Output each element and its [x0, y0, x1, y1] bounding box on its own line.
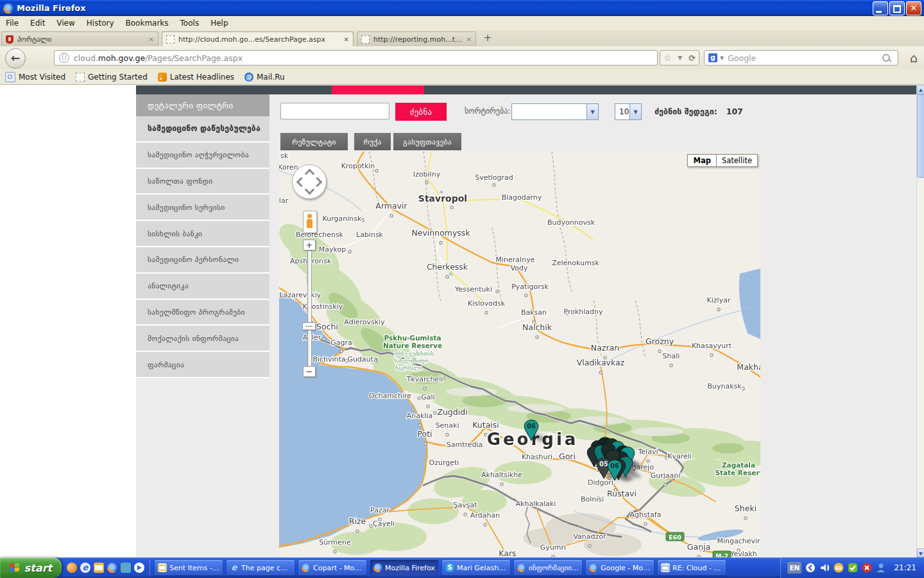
sidebar-item[interactable]: სამედიცინო პერსონალი	[136, 247, 270, 274]
quicklaunch-firefox-icon[interactable]	[107, 563, 117, 573]
home-button[interactable]: ⌂	[905, 49, 922, 66]
url-bar[interactable]: cloud.moh.gov.ge/Pages/SearchPage.aspx	[54, 50, 658, 66]
map-label: Anaklia	[407, 412, 432, 420]
map-label: Khasavyurt	[692, 342, 732, 350]
menu-file[interactable]: File	[0, 17, 24, 29]
engine-caret-icon[interactable]: ▼	[720, 55, 724, 61]
view-button[interactable]: რუქა	[354, 133, 391, 150]
tab-searchpage[interactable]: http://cloud.moh.go...es/SearchPage.aspx…	[162, 31, 354, 46]
pan-down-icon[interactable]	[305, 185, 315, 195]
scroll-up-icon[interactable]	[917, 85, 924, 94]
town-dot	[323, 338, 325, 340]
scrollbar[interactable]	[916, 85, 924, 557]
sidebar-item[interactable]: ფარმაცია	[136, 352, 270, 378]
dropdown-caret-icon[interactable]: ▼	[678, 55, 682, 61]
quicklaunch-mail-icon[interactable]	[94, 563, 104, 573]
sidebar-item[interactable]: სამედიცინო დაწესებულება	[136, 116, 270, 143]
menu-view[interactable]: View	[51, 17, 80, 29]
sort-select[interactable]: ▼	[511, 103, 599, 120]
sidebar-item[interactable]: სამედიცინო აღჭურვილობა	[136, 143, 270, 169]
taskbar-window-button[interactable]: Mozilla Firefox	[370, 560, 438, 575]
quicklaunch-media-player-icon[interactable]	[134, 563, 144, 573]
magnifier-icon[interactable]	[882, 54, 890, 62]
tab-login[interactable]: http://reporting.moh...ty/Users/Login.as…	[357, 31, 476, 46]
view-button[interactable]: რეზულტატი	[280, 133, 348, 150]
tab-close-icon[interactable]: ✕	[466, 36, 472, 43]
map-label: Sheki	[735, 504, 757, 513]
menu-edit[interactable]: Edit	[24, 17, 51, 29]
menu-history[interactable]: History	[81, 17, 120, 29]
map-type-satellite-button[interactable]: Satellite	[717, 154, 758, 167]
zoom-in-button[interactable]: +	[303, 240, 316, 250]
language-indicator[interactable]: EN	[787, 562, 801, 574]
tab-close-icon[interactable]: ✕	[344, 36, 349, 43]
update-ok-icon[interactable]	[848, 563, 858, 573]
reload-icon[interactable]: ⟳	[689, 53, 696, 63]
minimize-button[interactable]	[873, 1, 888, 15]
quicklaunch-agent-icon[interactable]	[67, 563, 77, 573]
volume-icon[interactable]	[819, 563, 830, 573]
google-engine-icon[interactable]: g	[708, 53, 717, 62]
zoom-slider-thumb[interactable]	[302, 322, 316, 330]
sidebar-item[interactable]: სამედიცინო სერვისი	[136, 195, 270, 221]
start-button[interactable]: start	[0, 557, 62, 578]
sidebar-item[interactable]: მოქალაქის ინფორმაცია	[136, 326, 270, 352]
scroll-down-icon[interactable]	[917, 548, 924, 557]
menu-tools[interactable]: Tools	[175, 17, 205, 29]
zoom-out-button[interactable]: −	[303, 366, 316, 377]
taskbar-window-button[interactable]: Copart - Mozill...	[298, 560, 366, 575]
bookmark-getting-started[interactable]: Getting Started	[76, 73, 148, 82]
new-tab-button[interactable]: +	[480, 32, 495, 45]
scroll-thumb[interactable]	[917, 94, 924, 178]
bookmark-mailru[interactable]: @ Mail.Ru	[244, 73, 285, 82]
restore-button[interactable]	[889, 1, 905, 15]
sidebar-item[interactable]: ანალიტიკა	[136, 274, 270, 300]
sidebar-item[interactable]: საწოლთა ფონდი	[136, 169, 270, 195]
window-titlebar[interactable]: Mozilla Firefox ✕	[0, 0, 924, 16]
map-type-map-button[interactable]: Map	[687, 154, 716, 167]
menu-bookmarks[interactable]: Bookmarks	[120, 17, 175, 29]
tab-close-icon[interactable]: ✕	[149, 36, 154, 43]
taskbar-window-button[interactable]: SMari Gelashvili	[442, 560, 510, 575]
sidebar-item[interactable]: სახელმწიფო პროგრამები	[136, 300, 270, 326]
map-label: Şavşat	[453, 501, 477, 509]
taskbar-window-button[interactable]: RE: Cloud - sis...	[658, 560, 726, 575]
pan-up-icon[interactable]	[305, 169, 315, 179]
taskbar-window-button[interactable]: Sent Items - ...	[155, 560, 223, 575]
site-nav-active-item[interactable]	[332, 85, 424, 94]
pan-right-icon[interactable]	[312, 177, 323, 188]
map-label: Aghstafa	[630, 511, 662, 519]
map-label: Mingachevir	[717, 537, 760, 545]
menu-help[interactable]: Help	[205, 17, 234, 29]
sidebar-item[interactable]: სისხლის ბანკი	[136, 221, 270, 247]
page-size-select[interactable]: 10 ▼	[615, 103, 642, 120]
bookmark-star-icon[interactable]: ☆	[663, 53, 672, 63]
close-button[interactable]: ✕	[906, 1, 921, 15]
select-arrow-icon[interactable]: ▼	[586, 104, 598, 119]
search-button[interactable]: ძებნა	[395, 103, 447, 121]
taskbar-window-button[interactable]: eThe page can...	[227, 560, 295, 575]
quicklaunch-messenger-icon[interactable]	[121, 563, 131, 573]
pegman-control[interactable]	[303, 211, 317, 233]
bookmark-latest-headlines[interactable]: Latest Headlines	[158, 73, 234, 82]
map-label: lar	[279, 197, 289, 205]
map-canvas[interactable]: skKorenlarKropotkinIzobilnySvetlogradSta…	[279, 152, 760, 557]
security-alert-icon[interactable]	[862, 563, 872, 573]
mailru-agent-icon[interactable]	[834, 563, 844, 573]
search-input[interactable]	[280, 103, 389, 119]
hide-icons-icon[interactable]	[805, 563, 816, 573]
view-button[interactable]: გასუფთავება	[393, 133, 461, 150]
taskbar-window-button[interactable]: Google - Mozill...	[586, 560, 654, 575]
zoom-slider-track[interactable]	[307, 250, 312, 367]
search-bar[interactable]: g ▼ Google	[704, 50, 898, 66]
messenger-user-icon[interactable]	[876, 563, 886, 573]
select-arrow-icon[interactable]: ▼	[629, 104, 641, 119]
back-button[interactable]: ←	[5, 48, 26, 69]
tab-title: პორტალი	[17, 35, 145, 44]
map-pan-control[interactable]	[292, 164, 327, 199]
bookmark-most-visited[interactable]: Most Visited	[5, 72, 65, 82]
quicklaunch-ie-icon[interactable]: e	[80, 563, 90, 573]
taskbar-window-button[interactable]: ინფორმაციის ...	[514, 560, 582, 575]
tab-portal[interactable]: პორტალი ✕	[1, 31, 158, 46]
pan-left-icon[interactable]	[296, 177, 307, 188]
